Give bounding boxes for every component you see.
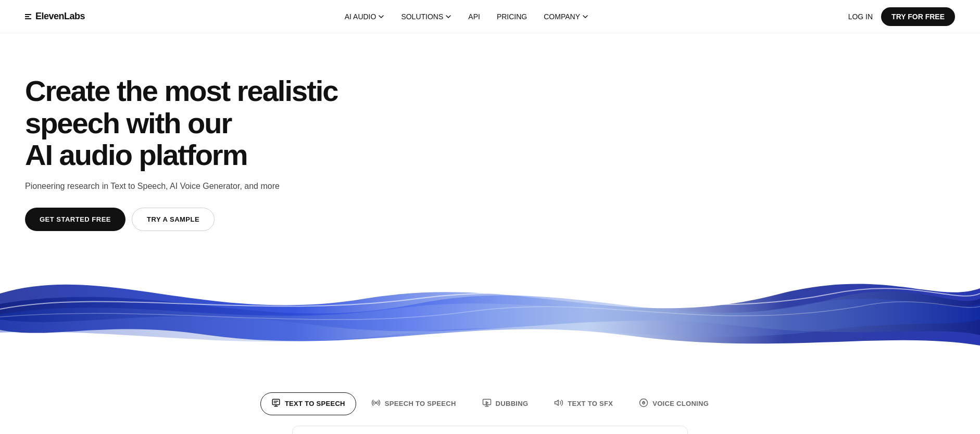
nav-item-solutions[interactable]: SOLUTIONS [401,12,451,21]
hero-subtitle: Pioneering research in Text to Speech, A… [25,182,392,191]
hero-buttons: GET STARTED FREE TRY A SAMPLE [25,208,392,231]
svg-rect-0 [272,399,280,405]
tabs-section: TEXT TO SPEECH SPEECH TO SPEECH DUBBING … [0,372,980,434]
svg-point-1 [375,402,376,403]
chevron-down-icon [378,14,384,20]
sts-icon [371,398,381,410]
tab-vc-label: VOICE CLONING [652,400,709,407]
login-button[interactable]: LOG IN [848,12,873,21]
navbar: ElevenLabs AI AUDIO SOLUTIONS API PRICIN… [0,0,980,33]
tab-dubbing[interactable]: DUBBING [471,392,539,415]
svg-marker-3 [555,400,559,406]
try-free-button[interactable]: TRY FOR FREE [881,7,955,26]
dub-icon [482,398,492,410]
sfx-icon [554,398,563,410]
tab-tts-label: TEXT TO SPEECH [285,400,345,407]
tabs-bar: TEXT TO SPEECH SPEECH TO SPEECH DUBBING … [260,392,720,415]
logo-text: ElevenLabs [35,11,85,22]
nav-item-api[interactable]: API [468,12,480,21]
logo[interactable]: ElevenLabs [25,11,85,22]
content-card: The ElevenLabs voice generator can deliv… [292,426,688,434]
tts-icon [271,398,281,410]
tab-text-to-speech[interactable]: TEXT TO SPEECH [260,392,356,415]
vc-icon [639,398,648,410]
hero-title: Create the most realistic speech with ou… [25,75,392,171]
try-sample-button[interactable]: TRY A SAMPLE [132,208,215,231]
tab-dub-label: DUBBING [496,400,529,407]
tab-sts-label: SPEECH TO SPEECH [385,400,456,407]
chevron-down-icon [445,14,451,20]
nav-item-pricing[interactable]: PRICING [497,12,527,21]
tab-speech-to-speech[interactable]: SPEECH TO SPEECH [360,392,467,415]
logo-icon [25,14,31,19]
tab-sfx-label: TEXT TO SFX [568,400,613,407]
wave-visual [0,252,980,372]
nav-item-company[interactable]: COMPANY [544,12,588,21]
tab-text-to-sfx[interactable]: TEXT TO SFX [543,392,624,415]
chevron-down-icon [582,14,588,20]
nav-item-ai-audio[interactable]: AI AUDIO [345,12,385,21]
hero-section: Create the most realistic speech with ou… [0,33,417,231]
nav-center: AI AUDIO SOLUTIONS API PRICING COMPANY [345,12,588,21]
tab-voice-cloning[interactable]: VOICE CLONING [628,392,720,415]
nav-right: LOG IN TRY FOR FREE [848,7,955,26]
get-started-button[interactable]: GET STARTED FREE [25,208,125,231]
